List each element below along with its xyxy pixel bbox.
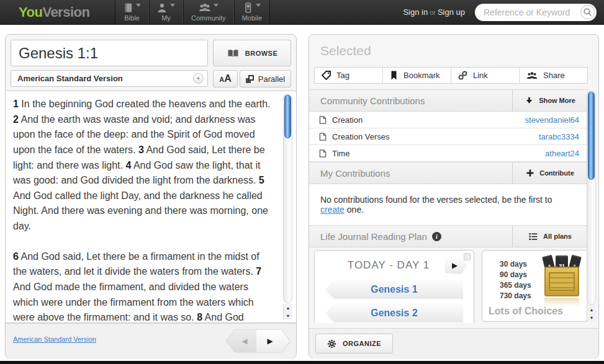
- contribution-row[interactable]: Timeatheart24: [309, 145, 588, 162]
- contribution-username-link[interactable]: tarabc3334: [539, 132, 579, 141]
- no-contributions-message: No contributions found for the verses se…: [309, 184, 588, 225]
- browse-label: BROWSE: [245, 50, 278, 57]
- open-book-icon: [227, 48, 240, 58]
- show-more-button[interactable]: Show More: [512, 90, 588, 111]
- search-box: [475, 4, 597, 21]
- tag-button[interactable]: Tag: [315, 68, 382, 83]
- all-plans-label: All plans: [543, 233, 572, 240]
- parallel-icon: [246, 75, 254, 83]
- verse-number: 8: [197, 312, 202, 322]
- create-link[interactable]: create: [320, 205, 345, 215]
- chevron-down-icon: [170, 4, 175, 7]
- reference-input[interactable]: [11, 40, 208, 66]
- all-plans-button[interactable]: All plans: [512, 226, 588, 247]
- link-icon: [458, 71, 467, 80]
- plan-tagline: Lots of Choices: [489, 306, 563, 317]
- youversion-logo[interactable]: YouVersion: [0, 0, 115, 24]
- empty-text-after: one.: [345, 205, 364, 215]
- select-caret-icon: ▼: [193, 73, 204, 84]
- contribution-username-link[interactable]: stevendaniel64: [525, 115, 579, 125]
- mobile-phone-icon: [243, 2, 253, 13]
- next-chapter-button[interactable]: ▶: [256, 330, 290, 352]
- chapter-chip[interactable]: Genesis 2: [325, 304, 463, 322]
- verse-number: 4: [125, 160, 131, 171]
- reader-footer: American Standard Version ◀ ▶: [6, 323, 296, 358]
- selected-panel-content: Community Contributions Show More Creati…: [309, 89, 588, 323]
- community-contributions-list: Creationstevendaniel64Creation Versestar…: [309, 112, 588, 162]
- panel-scrollbar[interactable]: ▲ ▼: [587, 91, 596, 322]
- note-page-icon: [319, 149, 327, 158]
- nav-item-label: Community: [191, 14, 226, 22]
- font-size-big-a: A: [224, 73, 232, 84]
- scrollbar-thumb[interactable]: [284, 95, 291, 138]
- reader-scrollbar[interactable]: ▲ ▼: [283, 94, 292, 320]
- scroll-up-arrow[interactable]: ▲: [587, 306, 596, 314]
- contribution-row[interactable]: Creation Versestarabc3334: [309, 128, 588, 145]
- nav-menu: Bible My Community Mobile: [115, 0, 270, 24]
- verse-number: 6: [13, 251, 19, 262]
- verse-number: 1: [13, 99, 19, 109]
- next-icon: ▶: [267, 337, 273, 345]
- search-input[interactable]: [484, 7, 580, 17]
- nav-item-my[interactable]: My: [149, 0, 183, 24]
- gear-icon: [327, 339, 336, 348]
- share-button[interactable]: Share: [520, 68, 587, 83]
- chevron-down-icon: [136, 4, 141, 7]
- share-icon: [526, 71, 538, 80]
- contribution-title[interactable]: Creation: [332, 115, 363, 125]
- note-page-icon: [319, 133, 327, 141]
- previous-chapter-button[interactable]: ◀: [227, 330, 256, 352]
- contribution-title[interactable]: Creation Verses: [332, 132, 390, 141]
- info-icon[interactable]: i: [432, 232, 441, 241]
- contribution-title[interactable]: Time: [332, 149, 349, 158]
- sign-up-link[interactable]: Sign up: [438, 7, 465, 17]
- search-button[interactable]: [580, 5, 595, 19]
- bookmark-button[interactable]: Bookmark: [383, 68, 451, 83]
- top-nav: YouVersion Bible My Community Mobile Sig…: [0, 0, 604, 25]
- link-label: Link: [473, 71, 488, 80]
- community-contributions-title: Community Contributions: [320, 95, 425, 106]
- scroll-down-arrow[interactable]: ▼: [284, 312, 292, 320]
- nav-item-community[interactable]: Community: [183, 0, 234, 24]
- verse-number: 3: [138, 144, 144, 155]
- scroll-up-arrow[interactable]: ▲: [284, 304, 292, 312]
- nav-item-mobile[interactable]: Mobile: [234, 0, 270, 24]
- verse-actions: Tag Bookmark Link Share: [314, 67, 588, 84]
- nav-item-label: My: [161, 14, 171, 22]
- browse-button[interactable]: BROWSE: [213, 40, 291, 66]
- nav-item-bible[interactable]: Bible: [115, 0, 149, 24]
- link-button[interactable]: Link: [451, 68, 519, 83]
- contribute-label: Contribute: [539, 169, 574, 177]
- share-label: Share: [543, 71, 565, 80]
- contribute-button[interactable]: Contribute: [512, 162, 588, 184]
- community-contributions-header: Community Contributions Show More: [309, 89, 588, 112]
- search-icon: [583, 7, 592, 17]
- previous-icon: ◀: [241, 337, 247, 345]
- nav-item-label: Bible: [124, 14, 139, 22]
- footer-version-link[interactable]: American Standard Version: [13, 335, 96, 343]
- organize-button[interactable]: ORGANIZE: [315, 334, 393, 353]
- logo-you: You: [19, 4, 42, 20]
- play-icon: ▶: [452, 261, 458, 270]
- version-select[interactable]: American Standard Version ▼: [11, 70, 208, 87]
- show-more-label: Show More: [539, 97, 575, 104]
- chapter-chip[interactable]: Genesis 1: [325, 280, 463, 299]
- logo-version: Version: [42, 4, 89, 20]
- verse-number: 7: [256, 266, 261, 277]
- community-icon: [199, 2, 211, 13]
- note-page-icon: [319, 116, 327, 124]
- font-size-button[interactable]: AA: [213, 70, 238, 87]
- scroll-down-arrow[interactable]: ▼: [587, 314, 596, 322]
- tag-icon: [322, 71, 331, 80]
- my-contributions-header: My Contributions Contribute: [309, 162, 588, 184]
- contribution-row[interactable]: Creationstevendaniel64: [309, 112, 588, 128]
- card-scroll-button[interactable]: [464, 253, 471, 260]
- parallel-button[interactable]: Parallel: [240, 70, 291, 87]
- sign-in-link[interactable]: Sign in: [403, 7, 428, 17]
- today-chapter-list: Genesis 1Genesis 2: [315, 280, 474, 322]
- scrollbar-thumb[interactable]: [588, 92, 595, 180]
- contribution-username-link[interactable]: atheart24: [545, 149, 579, 158]
- organize-label: ORGANIZE: [343, 340, 381, 347]
- reading-plan-title: Life Journal Reading Plan: [320, 231, 427, 242]
- parallel-label: Parallel: [258, 74, 285, 84]
